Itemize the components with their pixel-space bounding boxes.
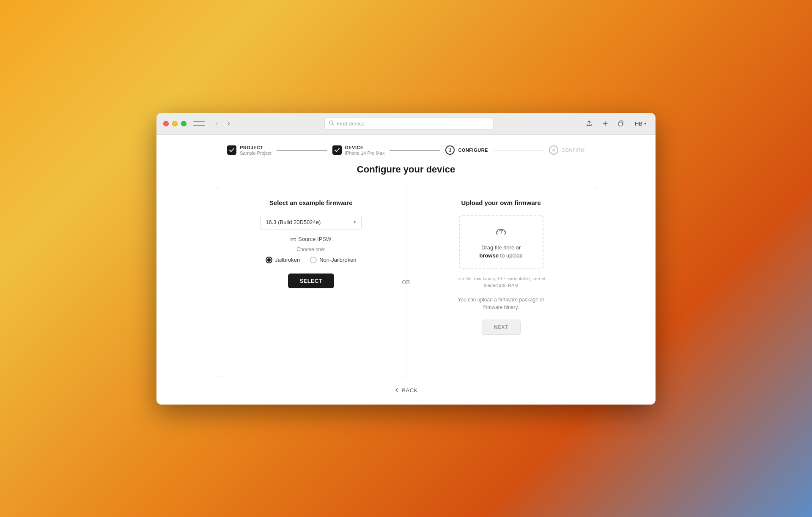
page-title: Configure your device [357, 164, 455, 175]
radio-jailbroken[interactable]: Jailbroken [266, 257, 300, 263]
step-check-project [227, 145, 236, 155]
or-label: OR [399, 277, 413, 287]
search-icon [329, 120, 334, 127]
upload-dropzone[interactable]: Drag file here or browse to upload [459, 215, 543, 269]
dropdown-chevron-icon: ▾ [354, 219, 356, 225]
maximize-button[interactable] [181, 121, 187, 126]
radio-outer-non-jailbroken [310, 257, 317, 263]
upload-text: Drag file here or browse to upload [479, 243, 523, 260]
step-device: DEVICE iPhone 14 Pro Max [332, 145, 385, 156]
connector-2-3 [390, 150, 440, 150]
back-button-label: BACK [402, 387, 417, 394]
svg-line-1 [332, 124, 334, 125]
nav-forward-button[interactable]: › [224, 118, 234, 129]
user-menu[interactable]: HB ▾ [632, 120, 649, 128]
main-content: Configure your device Select an example … [156, 164, 656, 405]
search-bar-container: Find device [234, 117, 584, 130]
content-area: PROJECT Sample Project DEVICE i [156, 135, 656, 405]
step-indicator-configure: 3 CONFIGURE [445, 145, 488, 155]
titlebar-actions: HB ▾ [584, 118, 649, 129]
next-button[interactable]: NEXT [482, 320, 521, 335]
choose-label: Choose one: [296, 246, 325, 252]
step-subtitle-device: iPhone 14 Pro Max [345, 150, 385, 156]
radio-label-jailbroken: Jailbroken [275, 257, 300, 263]
main-window: ‹ › Find device [156, 113, 656, 405]
stepper: PROJECT Sample Project DEVICE i [156, 135, 656, 164]
nav-back-button[interactable]: ‹ [212, 118, 222, 129]
duplicate-button[interactable] [616, 118, 626, 129]
radio-non-jailbroken[interactable]: Non-Jailbroken [310, 257, 356, 263]
upload-hint: .zip file, raw binary, ELF executable, k… [455, 275, 548, 289]
upload-info: You can upload a firmware package or fir… [455, 296, 548, 311]
share-button[interactable] [584, 118, 594, 129]
radio-outer-jailbroken [266, 257, 272, 263]
minimize-button[interactable] [172, 121, 178, 126]
upload-icon [494, 224, 509, 239]
sidebar-toggle-button[interactable] [193, 119, 205, 128]
back-button[interactable]: BACK [390, 385, 422, 396]
titlebar-controls: ‹ › [193, 118, 234, 129]
search-bar[interactable]: Find device [324, 117, 494, 130]
step-label-confirm: CONFIRM [562, 148, 585, 153]
user-initials: HB [635, 120, 642, 127]
step-confirm: 4 CONFIRM [549, 145, 585, 155]
step-title-configure: CONFIGURE [458, 148, 488, 153]
upload-drag-text-3: to upload [500, 252, 523, 259]
step-title-device: DEVICE [345, 145, 385, 150]
step-indicator-device: DEVICE iPhone 14 Pro Max [332, 145, 385, 156]
link-icon [291, 236, 296, 242]
user-chevron-icon: ▾ [644, 121, 646, 126]
step-num-configure: 3 [445, 145, 455, 155]
upload-browse-text: browse [479, 252, 499, 259]
radio-label-non-jailbroken: Non-Jailbroken [319, 257, 356, 263]
step-num-confirm: 4 [549, 145, 558, 155]
upload-drag-text-1: Drag file here or [481, 244, 521, 251]
back-arrow-icon [394, 388, 399, 393]
left-panel-title: Select an example firmware [269, 199, 353, 206]
step-indicator-confirm: 4 CONFIRM [549, 145, 585, 155]
step-title-project: PROJECT [240, 145, 272, 150]
icon-line [193, 121, 205, 122]
step-configure: 3 CONFIGURE [445, 145, 488, 155]
titlebar: ‹ › Find device [156, 113, 656, 135]
step-label-project: PROJECT Sample Project [240, 145, 272, 156]
svg-rect-5 [619, 122, 622, 126]
search-placeholder: Find device [337, 120, 365, 127]
source-ipsw-label: Source IPSW [298, 236, 331, 242]
nav-arrows: ‹ › [212, 118, 234, 129]
step-indicator-project: PROJECT Sample Project [227, 145, 272, 156]
select-button[interactable]: SELECT [288, 274, 334, 288]
step-title-confirm: CONFIRM [562, 148, 585, 153]
radio-inner-jailbroken [267, 258, 271, 262]
source-ipsw-link[interactable]: Source IPSW [291, 236, 331, 242]
right-panel: Upload your own firmware Drag file here … [406, 187, 596, 377]
connector-1-2 [277, 150, 327, 150]
firmware-dropdown[interactable]: 16.3 (Build 20D5024e) ▾ [260, 215, 362, 230]
right-panel-title: Upload your own firmware [461, 199, 541, 206]
left-panel: Select an example firmware 16.3 (Build 2… [216, 187, 406, 377]
radio-group: Jailbroken Non-Jailbroken [266, 257, 357, 263]
step-project: PROJECT Sample Project [227, 145, 272, 156]
step-check-device [332, 145, 342, 155]
step-label-device: DEVICE iPhone 14 Pro Max [345, 145, 385, 156]
firmware-dropdown-value: 16.3 (Build 20D5024e) [266, 219, 321, 225]
traffic-lights [163, 121, 187, 126]
close-button[interactable] [163, 121, 169, 126]
panels-wrapper: Select an example firmware 16.3 (Build 2… [216, 187, 596, 377]
add-button[interactable] [600, 118, 610, 129]
connector-3-4 [493, 150, 544, 150]
step-subtitle-project: Sample Project [240, 150, 272, 156]
icon-line [193, 125, 205, 126]
back-area: BACK [390, 377, 422, 396]
step-label-configure: CONFIGURE [458, 148, 488, 153]
